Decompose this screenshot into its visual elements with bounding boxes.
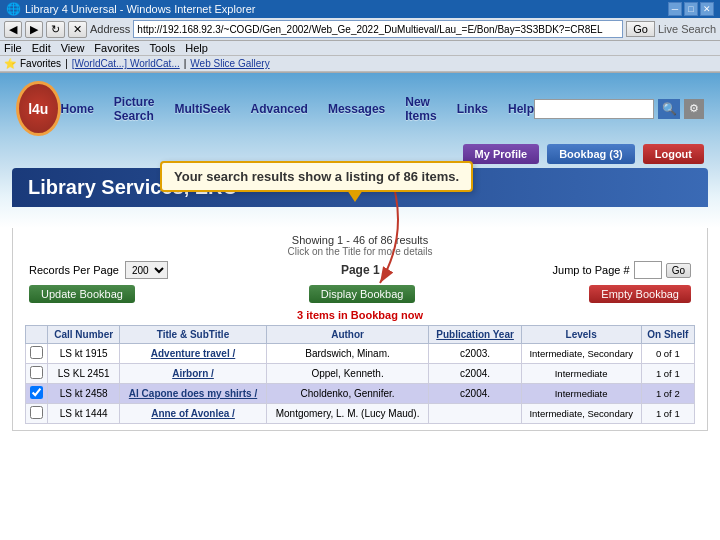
address-go-button[interactable]: Go	[626, 21, 655, 37]
nav-bar: ◀ ▶ ↻ ✕ Address Go Live Search	[0, 18, 720, 41]
nav-links: Home Picture Search MultiSeek Advanced M…	[61, 95, 535, 123]
favorites-label[interactable]: Favorites	[20, 58, 61, 69]
row-pub-year	[429, 404, 521, 424]
row-title: Adventure travel /	[120, 344, 266, 364]
top-search-input[interactable]	[534, 99, 654, 119]
table-row: LS KL 2451 Airborn / Oppel, Kenneth. c20…	[26, 364, 695, 384]
col-author: Author	[266, 326, 429, 344]
menu-edit[interactable]: Edit	[32, 42, 51, 54]
top-nav: l4u Home Picture Search MultiSeek Advanc…	[0, 73, 720, 140]
menu-view[interactable]: View	[61, 42, 85, 54]
table-row: LS kt 1915 Adventure travel / Bardswich,…	[26, 344, 695, 364]
jump-page-input[interactable]	[634, 261, 662, 279]
row-call-number: LS kt 1444	[48, 404, 120, 424]
row-author: Bardswich, Minam.	[266, 344, 429, 364]
controls-row: Records Per Page 200 50 100 Page 1 Jump …	[25, 261, 695, 279]
page-content: l4u Home Picture Search MultiSeek Advanc…	[0, 73, 720, 431]
menu-file[interactable]: File	[4, 42, 22, 54]
row-levels: Intermediate, Secondary	[521, 404, 641, 424]
update-bookbag-button[interactable]: Update Bookbag	[29, 285, 135, 303]
nav-multiseek[interactable]: MultiSeek	[175, 102, 231, 116]
worldcat-link[interactable]: [WorldCat...] WorldCat...	[72, 58, 180, 69]
minimize-button[interactable]: ─	[668, 2, 682, 16]
col-title: Title & SubTitle	[120, 326, 266, 344]
row-call-number: LS kt 1915	[48, 344, 120, 364]
row-checkbox[interactable]	[30, 366, 43, 379]
row-checkbox[interactable]	[30, 386, 43, 399]
address-input[interactable]	[133, 20, 623, 38]
nav-picture-search[interactable]: Picture Search	[114, 95, 155, 123]
menu-tools[interactable]: Tools	[150, 42, 176, 54]
results-table: Call Number Title & SubTitle Author Publ…	[25, 325, 695, 424]
bookbag-count: 3 items in Bookbag now	[25, 309, 695, 321]
empty-bookbag-button[interactable]: Empty Bookbag	[589, 285, 691, 303]
row-checkbox[interactable]	[30, 406, 43, 419]
nav-messages[interactable]: Messages	[328, 102, 385, 116]
separator: |	[65, 58, 68, 69]
browser-title: Library 4 Universal - Windows Internet E…	[25, 3, 255, 15]
nav-home[interactable]: Home	[61, 102, 94, 116]
callout-tooltip: Your search results show a listing of 86…	[160, 161, 473, 192]
close-button[interactable]: ✕	[700, 2, 714, 16]
display-bookbag-button[interactable]: Display Bookbag	[309, 285, 416, 303]
address-label: Address	[90, 23, 130, 35]
live-search-label: Live Search	[658, 23, 716, 35]
row-author: Choldenko, Gennifer.	[266, 384, 429, 404]
row-checkbox-cell	[26, 384, 48, 404]
col-levels: Levels	[521, 326, 641, 344]
logout-button[interactable]: Logout	[643, 144, 704, 164]
title-link[interactable]: Airborn /	[172, 368, 214, 379]
toolbar-bar: ⭐ Favorites | [WorldCat...] WorldCat... …	[0, 56, 720, 72]
row-author: Oppel, Kenneth.	[266, 364, 429, 384]
controls-right: Jump to Page # Go	[553, 261, 691, 279]
table-row: LS kt 1444 Anne of Avonlea / Montgomery,…	[26, 404, 695, 424]
favorites-star-icon: ⭐	[4, 58, 16, 69]
row-on-shelf: 1 of 1	[641, 404, 694, 424]
menu-help[interactable]: Help	[185, 42, 208, 54]
nav-new-items[interactable]: New Items	[405, 95, 436, 123]
forward-button[interactable]: ▶	[25, 21, 43, 38]
row-pub-year: c2004.	[429, 384, 521, 404]
callout-text: Your search results show a listing of 86…	[174, 169, 459, 184]
col-pub-year: Publication Year	[429, 326, 521, 344]
title-bar: 🌐 Library 4 Universal - Windows Internet…	[0, 0, 720, 18]
showing-text: Showing 1 - 46 of 86 results	[25, 234, 695, 246]
back-button[interactable]: ◀	[4, 21, 22, 38]
settings-button[interactable]: ⚙	[684, 99, 704, 119]
nav-help[interactable]: Help	[508, 102, 534, 116]
browser-chrome: 🌐 Library 4 Universal - Windows Internet…	[0, 0, 720, 73]
title-link[interactable]: Anne of Avonlea /	[151, 408, 235, 419]
per-page-select[interactable]: 200 50 100	[125, 261, 168, 279]
row-title: Al Capone does my shirts /	[120, 384, 266, 404]
refresh-button[interactable]: ↻	[46, 21, 65, 38]
col-on-shelf: On Shelf	[641, 326, 694, 344]
top-right: 🔍 ⚙	[534, 99, 704, 119]
click-title-text: Click on the Title for more details	[25, 246, 695, 257]
row-levels: Intermediate	[521, 364, 641, 384]
bookbag-count-text: 3 items in Bookbag now	[297, 309, 423, 321]
stop-button[interactable]: ✕	[68, 21, 87, 38]
row-pub-year: c2004.	[429, 364, 521, 384]
pub-year-link[interactable]: Publication Year	[436, 329, 514, 340]
bookbag-button[interactable]: Bookbag (3)	[547, 144, 635, 164]
title-link[interactable]: Adventure travel /	[151, 348, 235, 359]
row-checkbox[interactable]	[30, 346, 43, 359]
webslice-link[interactable]: Web Slice Gallery	[190, 58, 269, 69]
row-levels: Intermediate, Secondary	[521, 344, 641, 364]
jump-go-button[interactable]: Go	[666, 263, 691, 278]
my-profile-button[interactable]: My Profile	[463, 144, 540, 164]
row-call-number: LS KL 2451	[48, 364, 120, 384]
row-checkbox-cell	[26, 364, 48, 384]
maximize-button[interactable]: □	[684, 2, 698, 16]
top-search-button[interactable]: 🔍	[658, 99, 680, 119]
row-title: Anne of Avonlea /	[120, 404, 266, 424]
table-row: LS kt 2458 Al Capone does my shirts / Ch…	[26, 384, 695, 404]
controls-left: Records Per Page 200 50 100	[29, 261, 168, 279]
window-controls: ─ □ ✕	[668, 2, 714, 16]
nav-advanced[interactable]: Advanced	[251, 102, 308, 116]
nav-links-link[interactable]: Links	[457, 102, 488, 116]
separator2: |	[184, 58, 187, 69]
row-levels: Intermediate	[521, 384, 641, 404]
menu-favorites[interactable]: Favorites	[94, 42, 139, 54]
title-link[interactable]: Al Capone does my shirts /	[129, 388, 257, 399]
